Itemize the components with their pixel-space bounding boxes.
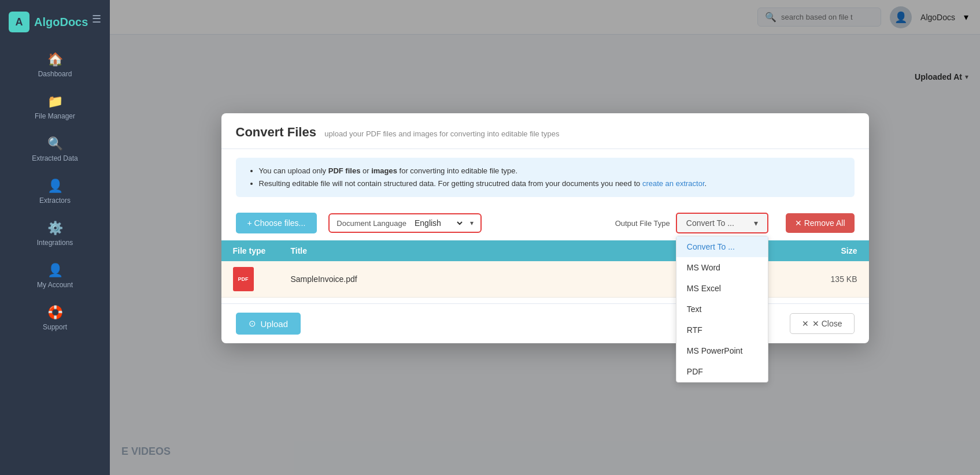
main-area: 🔍 👤 AlgoDocs ▾ Uploaded At ▾ E VIDEOS Co…: [110, 0, 980, 475]
sidebar-item-extracted-data[interactable]: 🔍 Extracted Data: [0, 128, 110, 170]
file-table: File type Title Size SampleInvoice.pdf 1…: [221, 240, 869, 298]
integrations-icon: ⚙️: [47, 221, 63, 236]
sidebar-item-integrations[interactable]: ⚙️ Integrations: [0, 213, 110, 255]
sidebar-item-label: Extracted Data: [32, 154, 77, 162]
dashboard-icon: 🏠: [47, 52, 63, 67]
col-file-type-header: File type: [233, 246, 291, 255]
convert-to-label: Convert To ...: [686, 218, 734, 228]
modal-info-box: You can upload only PDF files or images …: [236, 158, 855, 197]
remove-all-label: ✕ Remove All: [795, 218, 845, 228]
close-label: ✕ Close: [812, 319, 842, 328]
col-file-type-cell: [233, 267, 291, 291]
logo-icon: A: [9, 12, 29, 32]
modal-footer: ⊙ Upload ✕ ✕ Close: [221, 303, 869, 343]
file-table-header: File type Title Size: [221, 240, 869, 261]
support-icon: 🛟: [47, 305, 63, 320]
convert-files-modal: Convert Files upload your PDF files and …: [221, 113, 869, 343]
extractors-icon: 👤: [47, 179, 63, 194]
convert-to-wrapper: Convert To ... ▾ Convert To ... MS Word …: [676, 213, 768, 233]
col-size-header: Size: [788, 246, 857, 255]
remove-all-button[interactable]: ✕ Remove All: [786, 213, 855, 233]
document-language-group: Document Language English French German …: [328, 213, 482, 233]
output-file-type-label: Output File Type: [615, 219, 670, 228]
sidebar-item-label: File Manager: [35, 112, 75, 120]
controls-row: + Choose files... Document Language Engl…: [221, 206, 869, 240]
pdf-icon: [233, 267, 254, 291]
info-bullet-1: You can upload only PDF files or images …: [259, 165, 843, 177]
extracted-data-icon: 🔍: [47, 136, 63, 151]
modal-title: Convert Files: [236, 125, 316, 139]
sidebar-item-label: Support: [43, 323, 67, 331]
dropdown-item-rtf[interactable]: RTF: [676, 320, 768, 340]
upload-icon: ⊙: [249, 318, 256, 329]
language-select[interactable]: English French German Spanish Arabic: [412, 218, 464, 228]
hamburger-icon[interactable]: ☰: [92, 13, 101, 25]
convert-to-chevron: ▾: [754, 218, 758, 228]
file-manager-icon: 📁: [47, 94, 63, 109]
dropdown-item-ms-word[interactable]: MS Word: [676, 257, 768, 278]
dropdown-item-placeholder[interactable]: Convert To ...: [676, 236, 768, 257]
upload-button[interactable]: ⊙ Upload: [236, 313, 301, 335]
sidebar: A AlgoDocs ☰ 🏠 Dashboard 📁 File Manager …: [0, 0, 110, 475]
sidebar-item-extractors[interactable]: 👤 Extractors: [0, 170, 110, 213]
modal-header: Convert Files upload your PDF files and …: [221, 113, 869, 149]
dropdown-item-pdf[interactable]: PDF: [676, 361, 768, 382]
choose-files-button[interactable]: + Choose files...: [236, 213, 317, 233]
language-dropdown-icon: ▾: [470, 219, 474, 227]
col-size-cell: 135 KB: [788, 274, 857, 284]
output-type-group: Output File Type Convert To ... ▾ Conver…: [615, 213, 768, 233]
dropdown-item-text[interactable]: Text: [676, 299, 768, 320]
app-name: AlgoDocs: [34, 16, 88, 29]
sidebar-item-label: My Account: [37, 281, 73, 289]
sidebar-item-my-account[interactable]: 👤 My Account: [0, 255, 110, 297]
upload-label: Upload: [261, 319, 289, 329]
info-bullet-2: Resulting editable file will not contain…: [259, 177, 843, 190]
choose-files-label: + Choose files...: [247, 218, 306, 228]
modal-subtitle: upload your PDF files and images for con…: [324, 129, 559, 138]
sidebar-item-support[interactable]: 🛟 Support: [0, 297, 110, 339]
doc-language-label: Document Language: [336, 219, 406, 228]
sidebar-item-file-manager[interactable]: 📁 File Manager: [0, 86, 110, 128]
sidebar-item-label: Dashboard: [38, 70, 72, 78]
close-icon: ✕: [802, 319, 809, 328]
sidebar-item-dashboard[interactable]: 🏠 Dashboard: [0, 44, 110, 86]
create-extractor-link[interactable]: create an extractor: [642, 179, 705, 188]
convert-to-button[interactable]: Convert To ... ▾: [676, 213, 768, 233]
sidebar-item-label: Integrations: [37, 239, 73, 247]
my-account-icon: 👤: [47, 263, 63, 278]
dropdown-item-ms-powerpoint[interactable]: MS PowerPoint: [676, 340, 768, 361]
close-button[interactable]: ✕ ✕ Close: [790, 313, 855, 334]
convert-to-dropdown: Convert To ... MS Word MS Excel Text RTF…: [676, 236, 768, 383]
table-row: SampleInvoice.pdf 135 KB: [221, 261, 869, 298]
dropdown-item-ms-excel[interactable]: MS Excel: [676, 278, 768, 299]
sidebar-item-label: Extractors: [39, 196, 71, 205]
